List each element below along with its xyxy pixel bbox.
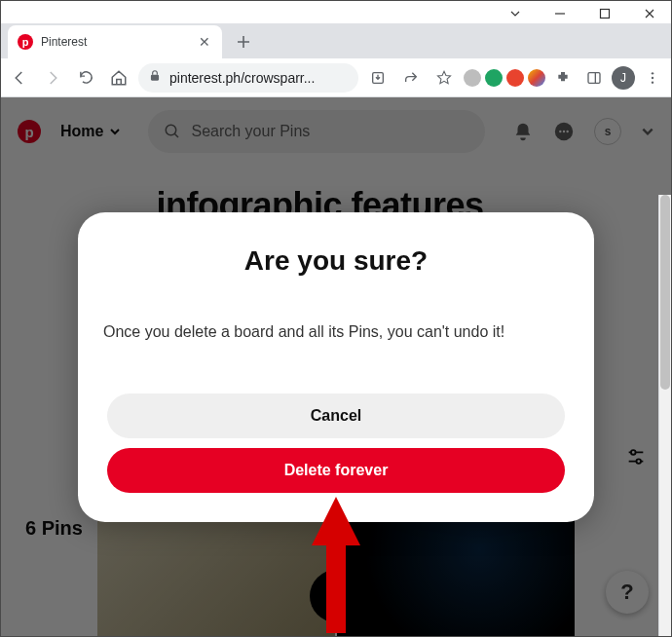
window-maximize-button[interactable] <box>582 4 627 23</box>
svg-point-4 <box>652 72 653 74</box>
nav-home-button[interactable] <box>105 64 132 92</box>
svg-point-6 <box>652 81 653 83</box>
tab-close-icon[interactable]: ✕ <box>197 34 212 50</box>
modal-body-text: Once you delete a board and all its Pins… <box>103 321 569 343</box>
window-titlebar <box>0 0 672 23</box>
lock-icon <box>148 69 162 87</box>
browser-tab-active[interactable]: Pinterest ✕ <box>8 25 222 58</box>
extension-icon[interactable] <box>528 69 545 87</box>
window-close-button[interactable] <box>627 4 672 23</box>
svg-point-5 <box>652 76 653 78</box>
window-caret-icon[interactable] <box>493 4 538 23</box>
svg-rect-3 <box>588 72 600 83</box>
extensions-puzzle-icon[interactable] <box>549 64 577 92</box>
confirm-delete-modal: Are you sure? Once you delete a board an… <box>78 212 594 522</box>
chrome-avatar-initial: J <box>620 71 626 85</box>
svg-rect-1 <box>151 74 159 80</box>
page-content: Home Search your Pins s infographic feat… <box>0 97 672 637</box>
page-scrollbar-thumb[interactable] <box>660 195 670 390</box>
nav-reload-button[interactable] <box>72 64 99 92</box>
nav-back-button[interactable] <box>6 64 33 92</box>
nav-forward-button[interactable] <box>39 64 66 92</box>
window-minimize-button[interactable] <box>538 4 582 23</box>
svg-rect-0 <box>601 10 610 19</box>
extension-icon[interactable] <box>485 69 503 87</box>
cancel-button[interactable]: Cancel <box>107 393 565 438</box>
bookmark-star-icon[interactable] <box>430 64 458 92</box>
chrome-profile-avatar[interactable]: J <box>612 66 635 90</box>
delete-forever-button[interactable]: Delete forever <box>107 448 565 493</box>
new-tab-button[interactable] <box>230 28 257 56</box>
address-bar[interactable]: pinterest.ph/crowsparr... <box>138 63 358 93</box>
modal-title: Are you sure? <box>103 245 569 277</box>
share-icon[interactable] <box>397 64 425 92</box>
browser-toolbar: pinterest.ph/crowsparr... J <box>0 58 672 97</box>
chrome-menu-icon[interactable] <box>639 64 666 92</box>
tab-title: Pinterest <box>41 35 189 49</box>
install-app-icon[interactable] <box>364 64 392 92</box>
extensions-row: J <box>464 64 666 92</box>
side-panel-icon[interactable] <box>580 64 608 92</box>
browser-tabstrip: Pinterest ✕ <box>0 23 672 58</box>
extension-icon[interactable] <box>464 69 481 87</box>
extension-icon[interactable] <box>506 69 524 87</box>
pinterest-favicon-icon <box>18 34 33 50</box>
url-text: pinterest.ph/crowsparr... <box>169 70 315 86</box>
